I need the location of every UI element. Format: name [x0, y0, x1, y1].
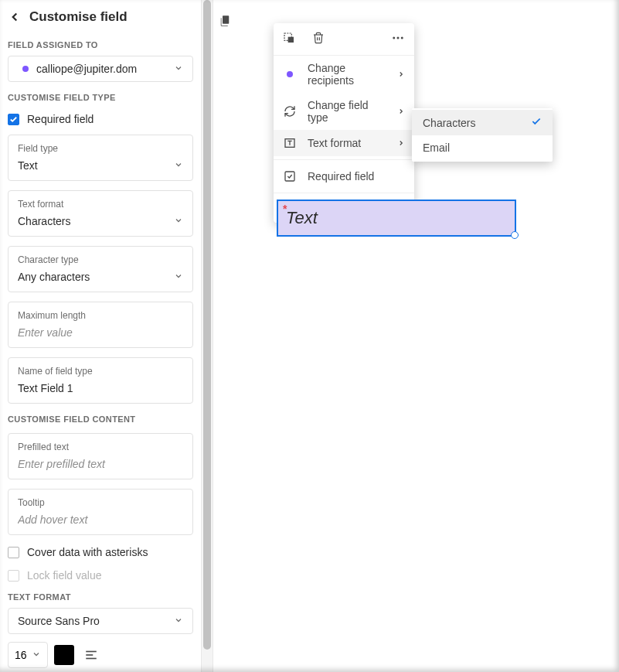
prefilled-group[interactable]: Prefilled text: [8, 433, 193, 479]
document-canvas[interactable]: Change recipients Change field type: [236, 0, 619, 672]
svg-rect-10: [285, 172, 294, 181]
font-size-value: 16: [15, 649, 27, 661]
field-type-value: Text: [18, 159, 38, 172]
lock-checkbox: [8, 570, 19, 582]
submenu-characters[interactable]: Characters: [412, 110, 553, 135]
popup-divider: [274, 193, 414, 193]
popup-toolbar: [274, 23, 414, 56]
name-label: Name of field type: [18, 366, 183, 377]
name-input[interactable]: [18, 382, 183, 394]
tooltip-group[interactable]: Tooltip: [8, 489, 193, 535]
back-button[interactable]: [8, 10, 22, 24]
required-field-checkbox-row[interactable]: Required field: [8, 113, 193, 125]
popup-divider: [274, 159, 414, 160]
cover-asterisks-row[interactable]: Cover data with asterisks: [8, 546, 193, 558]
cover-checkbox[interactable]: [8, 547, 19, 558]
max-length-label: Maximum length: [18, 310, 183, 321]
font-value: Source Sans Pro: [18, 615, 100, 627]
check-icon: [531, 116, 542, 129]
font-options-row: 16: [8, 642, 193, 668]
popup-item-label: Required field: [308, 170, 405, 182]
assigned-section-label: FIELD ASSIGNED TO: [8, 40, 193, 49]
tooltip-input[interactable]: [18, 513, 183, 526]
svg-rect-5: [288, 37, 294, 43]
popup-required-field[interactable]: Required field: [274, 163, 414, 189]
required-asterisk-icon: *: [283, 203, 287, 215]
pages-icon[interactable]: [218, 14, 232, 31]
text-format-submenu: Characters Email: [412, 108, 553, 162]
chevron-right-icon: [397, 137, 405, 149]
required-checkbox[interactable]: [8, 114, 19, 125]
delete-icon[interactable]: [312, 32, 325, 46]
field-context-popup: Change recipients Change field type: [274, 23, 414, 223]
submenu-label: Characters: [423, 117, 475, 129]
field-placeholder: Text: [286, 208, 318, 228]
cover-label: Cover data with asterisks: [27, 546, 148, 558]
font-size-dropdown[interactable]: 16: [8, 642, 48, 668]
icon-rail: [213, 0, 236, 672]
popup-item-label: Change recipients: [308, 62, 386, 87]
char-type-label: Character type: [18, 254, 183, 265]
resize-handle[interactable]: [511, 231, 519, 239]
text-format-group[interactable]: Text format Characters: [8, 190, 193, 237]
char-type-group[interactable]: Character type Any characters: [8, 246, 193, 292]
font-dropdown[interactable]: Source Sans Pro: [8, 608, 193, 634]
recipient-dot-icon: [283, 67, 297, 81]
svg-point-6: [393, 37, 395, 39]
submenu-label: Email: [423, 142, 450, 154]
max-length-input[interactable]: [18, 326, 183, 339]
properties-sidebar: Customise field FIELD ASSIGNED TO callio…: [0, 0, 201, 672]
chevron-right-icon: [397, 105, 405, 118]
field-type-group[interactable]: Field type Text: [8, 135, 193, 181]
svg-point-7: [397, 37, 400, 39]
checkbox-checked-icon: [283, 169, 297, 183]
align-button[interactable]: [80, 644, 102, 666]
customise-content-label: CUSTOMISE FIELD CONTENT: [8, 414, 193, 424]
max-length-group[interactable]: Maximum length: [8, 302, 193, 348]
required-label: Required field: [27, 113, 94, 125]
customise-type-label: CUSTOMISE FIELD TYPE: [8, 93, 193, 102]
lock-label: Lock field value: [27, 569, 102, 582]
assigned-value: calliope@jupiter.dom: [36, 63, 137, 75]
text-format-icon: [283, 136, 297, 150]
color-picker[interactable]: [54, 645, 74, 665]
header-row: Customise field: [8, 9, 193, 25]
assigned-dropdown[interactable]: calliope@jupiter.dom: [8, 56, 193, 82]
refresh-icon: [283, 104, 297, 118]
text-format-value: Characters: [18, 215, 70, 227]
popup-text-format[interactable]: Text format: [274, 130, 414, 156]
popup-item-label: Text format: [308, 137, 386, 149]
text-field-instance[interactable]: * Text: [277, 200, 516, 237]
chevron-down-icon: [174, 159, 183, 172]
text-format-section-label: TEXT FORMAT: [8, 592, 193, 602]
name-group[interactable]: Name of field type: [8, 357, 193, 404]
chevron-down-icon: [32, 649, 41, 661]
submenu-email[interactable]: Email: [412, 135, 553, 160]
prefilled-input[interactable]: [18, 458, 183, 470]
text-format-label: Text format: [18, 199, 183, 210]
popup-item-label: Change field type: [308, 99, 386, 124]
svg-rect-3: [223, 15, 229, 24]
char-type-value: Any characters: [18, 271, 90, 283]
chevron-down-icon: [174, 615, 183, 627]
more-icon[interactable]: [391, 31, 405, 47]
scrollbar[interactable]: [201, 0, 213, 672]
svg-point-8: [401, 37, 403, 39]
chevron-down-icon: [174, 214, 183, 228]
chevron-right-icon: [397, 68, 405, 80]
prefilled-label: Prefilled text: [18, 442, 183, 452]
chevron-down-icon: [174, 270, 183, 284]
popup-change-field-type[interactable]: Change field type: [274, 93, 414, 130]
recipient-indicator-icon: [22, 66, 29, 72]
popup-change-recipients[interactable]: Change recipients: [274, 56, 414, 93]
chevron-down-icon: [174, 63, 183, 75]
page-title: Customise field: [29, 9, 128, 25]
scrollbar-thumb[interactable]: [203, 0, 211, 650]
select-area-icon[interactable]: [283, 32, 295, 46]
lock-field-row: Lock field value: [8, 569, 193, 582]
tooltip-label: Tooltip: [18, 497, 183, 508]
field-type-label: Field type: [18, 143, 183, 154]
